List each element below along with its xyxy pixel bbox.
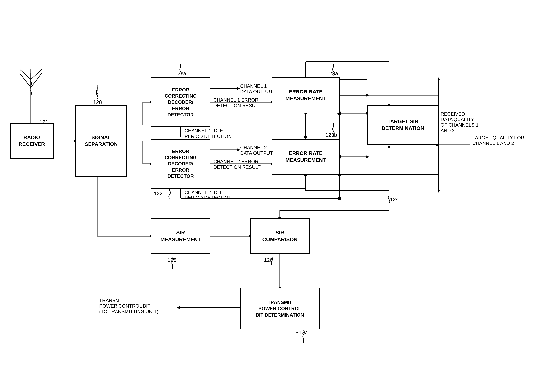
svg-marker-22: [237, 148, 240, 151]
signal-separation-label: SIGNALSEPARATION: [85, 134, 118, 148]
sir-measurement-block: SIRMEASUREMENT: [151, 218, 210, 254]
target-quality-label: TARGET QUALITY FORCHANNEL 1 AND 2: [472, 135, 524, 146]
erm2-label: ERROR RATEMEASUREMENT: [285, 150, 326, 164]
ch1-idle-label: CHANNEL 1 IDLEPERIOD DETECTION: [185, 128, 232, 139]
diagram: RADIORECEIVER 121 SIGNALSEPARATION 128 E…: [0, 0, 544, 392]
ecd2-id: 122b: [154, 190, 165, 197]
erm2-id: 123b: [325, 132, 337, 138]
svg-line-97: [31, 70, 42, 79]
ecd1-id: 122a: [175, 71, 186, 77]
ch2-idle-label: CHANNEL 2 IDLEPERIOD DETECTION: [185, 190, 232, 201]
signal-separation-id: 128: [93, 99, 102, 105]
signal-separation-block: SIGNALSEPARATION: [75, 105, 127, 177]
tpc-bit-label: TRANSMITPOWER CONTROLBIT DETERMINATION: [256, 299, 304, 318]
erm1-block: ERROR RATEMEASUREMENT: [272, 77, 339, 113]
target-sir-label: TARGET SIRDETERMINATION: [382, 118, 424, 132]
sir-comparison-id: 126: [264, 257, 272, 263]
tpc-bit-block: TRANSMITPOWER CONTROLBIT DETERMINATION: [240, 288, 319, 329]
target-sir-block: TARGET SIRDETERMINATION: [367, 105, 439, 145]
received-data-quality-label: RECEIVEDDATA QUALITYOF CHANNELS 1AND 2: [441, 111, 479, 133]
svg-line-95: [20, 70, 31, 79]
radio-receiver-id: 121: [40, 119, 48, 125]
antenna: [18, 67, 44, 87]
antenna-icon: [18, 67, 44, 87]
svg-marker-75: [388, 146, 390, 149]
ch2-data-label: CHANNEL 2DATA OUTPUT: [240, 145, 273, 156]
target-sir-id: 124: [390, 196, 398, 203]
ch1-data-label: CHANNEL 1DATA OUTPUT: [240, 83, 273, 95]
sir-measurement-label: SIRMEASUREMENT: [160, 229, 201, 243]
tpc-bit-id: ~127: [296, 329, 307, 336]
radio-receiver-label: RADIORECEIVER: [19, 134, 45, 148]
ecd2-label: ERRORCORRECTINGDECODER/ERRORDETECTOR: [165, 148, 196, 179]
ecd2-block: ERRORCORRECTINGDECODER/ERRORDETECTOR: [151, 139, 210, 189]
erm1-id: 123a: [326, 71, 338, 77]
svg-marker-58: [177, 306, 180, 309]
svg-point-79: [304, 135, 307, 138]
tpc-output-label: TRANSMITPOWER CONTROL BIT(TO TRANSMITTIN…: [99, 298, 158, 315]
sir-measurement-id: 125: [168, 257, 176, 263]
connection-lines: [0, 0, 544, 392]
erm2-block: ERROR RATEMEASUREMENT: [272, 139, 339, 175]
radio-receiver-block: RADIORECEIVER: [10, 123, 53, 159]
sir-comparison-label: SIRCOMPARISON: [262, 229, 297, 243]
svg-marker-16: [237, 87, 240, 90]
sir-comparison-block: SIRCOMPARISON: [250, 218, 310, 254]
svg-marker-38: [366, 155, 369, 158]
erm1-label: ERROR RATEMEASUREMENT: [285, 89, 326, 102]
ch2-error-label: CHANNEL 2 ERRORDETECTION RESULT: [213, 159, 260, 170]
svg-marker-61: [437, 77, 440, 80]
ecd1-block: ERRORCORRECTINGDECODER/ERRORDETECTOR: [151, 77, 210, 127]
svg-marker-63: [437, 190, 440, 193]
ch1-error-label: CHANNEL 1 ERRORDETECTION RESULT: [213, 97, 260, 108]
ecd1-label: ERRORCORRECTINGDECODER/ERRORDETECTOR: [165, 87, 196, 118]
